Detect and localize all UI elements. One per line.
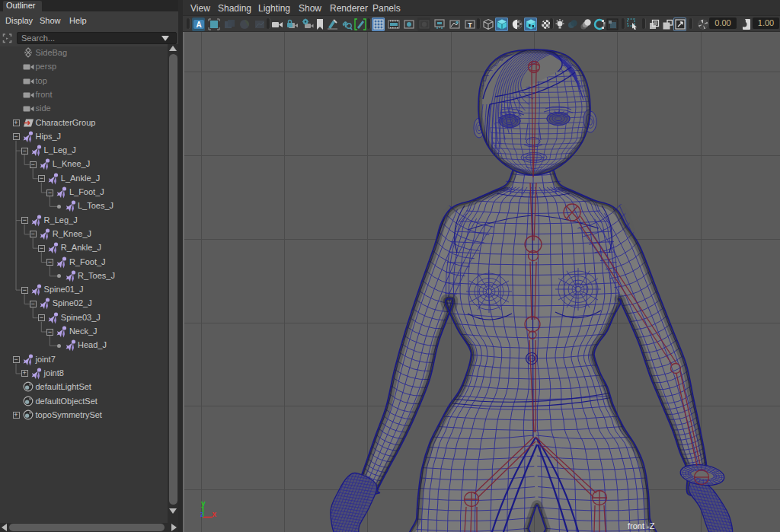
svg-text:T: T	[468, 21, 472, 28]
svg-text:front -Z: front -Z	[628, 521, 655, 530]
svg-text:A: A	[196, 21, 201, 29]
svg-text:x: x	[213, 510, 217, 518]
svg-text:y: y	[201, 499, 206, 508]
